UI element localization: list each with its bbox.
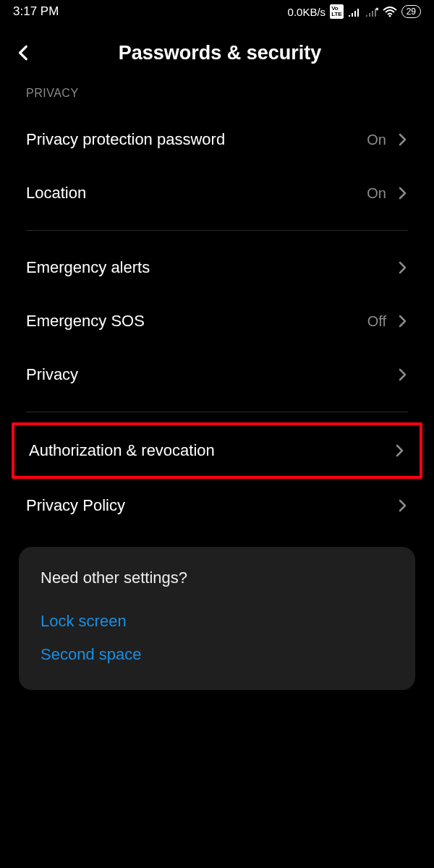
row-label: Privacy Policy [26, 496, 398, 515]
row-value: On [367, 132, 386, 148]
volte-icon: VoLTE [330, 4, 344, 19]
row-label: Emergency alerts [26, 258, 398, 277]
status-bar: 3:17 PM 0.0KB/s VoLTE 29 [0, 0, 434, 22]
row-emergency-alerts[interactable]: Emergency alerts [0, 241, 434, 294]
row-authorization-revocation[interactable]: Authorization & revocation [12, 422, 422, 479]
status-net-speed: 0.0KB/s [288, 6, 326, 18]
row-emergency-sos[interactable]: Emergency SOS Off [0, 294, 434, 348]
signal-secondary-icon [365, 7, 378, 17]
row-label: Privacy protection password [26, 130, 367, 149]
header: Passwords & security [0, 22, 434, 87]
row-location[interactable]: Location On [0, 166, 434, 220]
status-right: 0.0KB/s VoLTE 29 [288, 4, 421, 19]
svg-point-0 [388, 14, 391, 17]
row-label: Emergency SOS [26, 312, 367, 331]
section-label-privacy: PRIVACY [0, 87, 434, 113]
chevron-right-icon [398, 498, 408, 513]
other-settings-card: Need other settings? Lock screen Second … [19, 547, 415, 690]
battery-icon: 29 [401, 5, 421, 18]
chevron-right-icon [398, 314, 408, 328]
chevron-right-icon [395, 443, 405, 458]
divider [26, 230, 408, 231]
card-title: Need other settings? [41, 569, 393, 587]
chevron-right-icon [398, 260, 408, 275]
link-lock-screen[interactable]: Lock screen [41, 605, 393, 638]
wifi-icon [383, 7, 397, 17]
page-title: Passwords & security [41, 42, 399, 64]
chevron-left-icon [14, 43, 33, 62]
status-time: 3:17 PM [13, 4, 59, 19]
link-second-space[interactable]: Second space [41, 638, 393, 671]
signal-icon [348, 7, 361, 17]
row-value: Off [367, 313, 386, 330]
back-button[interactable] [10, 39, 41, 67]
row-label: Privacy [26, 365, 398, 384]
row-label: Authorization & revocation [29, 441, 395, 460]
chevron-right-icon [398, 186, 408, 200]
row-label: Location [26, 184, 367, 203]
row-privacy-protection-password[interactable]: Privacy protection password On [0, 113, 434, 166]
row-privacy[interactable]: Privacy [0, 348, 434, 401]
divider [26, 412, 408, 412]
chevron-right-icon [398, 367, 408, 382]
row-value: On [367, 185, 386, 202]
chevron-right-icon [398, 132, 408, 147]
row-privacy-policy[interactable]: Privacy Policy [0, 479, 434, 532]
